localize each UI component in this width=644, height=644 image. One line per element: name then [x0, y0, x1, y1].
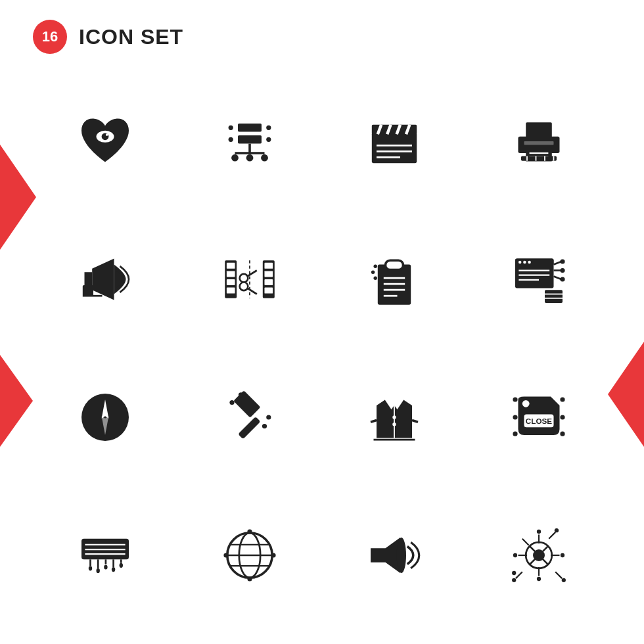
svg-line-89 — [371, 421, 377, 423]
icon-cell-globe — [177, 486, 322, 624]
globe-icon — [220, 526, 279, 585]
svg-point-92 — [522, 400, 530, 407]
decorative-triangle-left-bottom — [0, 355, 33, 447]
svg-point-73 — [560, 277, 564, 281]
icon-cell-server-network — [177, 72, 322, 210]
svg-rect-14 — [372, 133, 417, 164]
svg-point-139 — [513, 553, 517, 557]
svg-line-132 — [555, 572, 562, 578]
svg-point-2 — [106, 133, 108, 136]
svg-line-50 — [247, 288, 256, 294]
svg-point-59 — [374, 277, 377, 280]
svg-point-95 — [513, 397, 517, 402]
svg-rect-3 — [238, 124, 262, 132]
icon-cell-compass — [33, 348, 177, 486]
svg-point-98 — [560, 397, 564, 402]
icon-cell-clapperboard — [322, 72, 467, 210]
megaphone-icon — [76, 250, 135, 309]
svg-rect-29 — [521, 156, 557, 161]
svg-rect-37 — [227, 263, 235, 269]
svg-point-113 — [112, 567, 115, 572]
svg-point-9 — [261, 154, 268, 162]
svg-point-144 — [562, 578, 566, 582]
page-header: 16 ICON SET — [33, 20, 183, 54]
svg-point-62 — [518, 261, 522, 264]
svg-rect-39 — [227, 279, 235, 285]
svg-point-111 — [97, 568, 100, 573]
svg-point-12 — [229, 137, 233, 142]
svg-point-11 — [266, 126, 271, 130]
compass-icon — [76, 388, 135, 447]
svg-point-47 — [240, 274, 248, 283]
svg-point-71 — [560, 259, 564, 264]
svg-rect-81 — [233, 390, 260, 417]
svg-rect-43 — [265, 271, 273, 277]
svg-point-121 — [247, 576, 252, 581]
close-sign-icon: CLOSE — [509, 388, 568, 447]
svg-point-124 — [397, 538, 406, 573]
svg-rect-28 — [524, 141, 554, 145]
svg-rect-34 — [83, 285, 93, 296]
svg-point-63 — [523, 261, 526, 264]
svg-point-100 — [560, 432, 564, 436]
svg-point-48 — [240, 283, 248, 291]
svg-point-112 — [104, 564, 107, 569]
svg-rect-45 — [265, 288, 273, 294]
svg-point-142 — [512, 578, 516, 582]
icon-cell-close-sign: CLOSE — [467, 348, 611, 486]
icon-cell-film-scissors — [177, 210, 322, 348]
svg-point-10 — [229, 126, 233, 130]
heart-eye-icon — [76, 112, 135, 171]
svg-point-97 — [513, 432, 517, 436]
svg-point-122 — [223, 553, 228, 557]
svg-point-114 — [120, 563, 123, 568]
clipboard-icon — [365, 250, 424, 309]
svg-point-123 — [271, 553, 275, 557]
svg-text:CLOSE: CLOSE — [526, 417, 552, 425]
clapperboard-icon — [365, 112, 424, 171]
svg-point-83 — [239, 392, 243, 397]
svg-point-82 — [229, 400, 234, 405]
svg-rect-40 — [227, 288, 235, 294]
svg-point-110 — [89, 566, 92, 570]
icon-cell-web-server — [467, 210, 611, 348]
svg-point-138 — [537, 577, 541, 581]
printer-icon — [509, 112, 568, 171]
icon-count-badge: 16 — [33, 20, 67, 54]
svg-point-140 — [561, 553, 564, 557]
svg-point-13 — [266, 137, 271, 142]
icon-cell-cyber-eye — [467, 486, 611, 624]
icon-cell-clipboard — [322, 210, 467, 348]
svg-point-8 — [246, 154, 254, 162]
svg-point-96 — [513, 415, 517, 419]
svg-rect-4 — [238, 135, 262, 144]
cyber-eye-icon — [509, 526, 568, 585]
icon-grid: CLOSE — [33, 72, 611, 624]
icon-cell-heart-eye — [33, 72, 177, 210]
svg-point-88 — [392, 423, 396, 426]
svg-point-58 — [371, 271, 375, 274]
svg-line-130 — [549, 532, 555, 539]
svg-point-136 — [533, 549, 545, 561]
svg-rect-42 — [265, 263, 273, 269]
svg-rect-44 — [265, 279, 273, 285]
icon-cell-whistle — [322, 486, 467, 624]
svg-point-72 — [560, 268, 564, 273]
film-scissors-icon — [220, 250, 279, 309]
svg-line-129 — [522, 539, 529, 545]
hammer-icon — [220, 388, 279, 447]
icon-cell-hammer — [177, 348, 322, 486]
svg-point-141 — [555, 528, 559, 532]
whistle-icon — [365, 526, 424, 585]
svg-point-64 — [528, 261, 531, 264]
icon-cell-megaphone — [33, 210, 177, 348]
svg-point-120 — [247, 529, 252, 534]
air-conditioner-icon — [76, 526, 135, 585]
web-server-icon — [509, 250, 568, 309]
icon-cell-coat — [322, 348, 467, 486]
icon-cell-printer — [467, 72, 611, 210]
svg-rect-74 — [545, 290, 563, 303]
svg-point-84 — [262, 424, 267, 428]
server-network-icon — [220, 112, 279, 171]
svg-line-68 — [554, 262, 562, 265]
